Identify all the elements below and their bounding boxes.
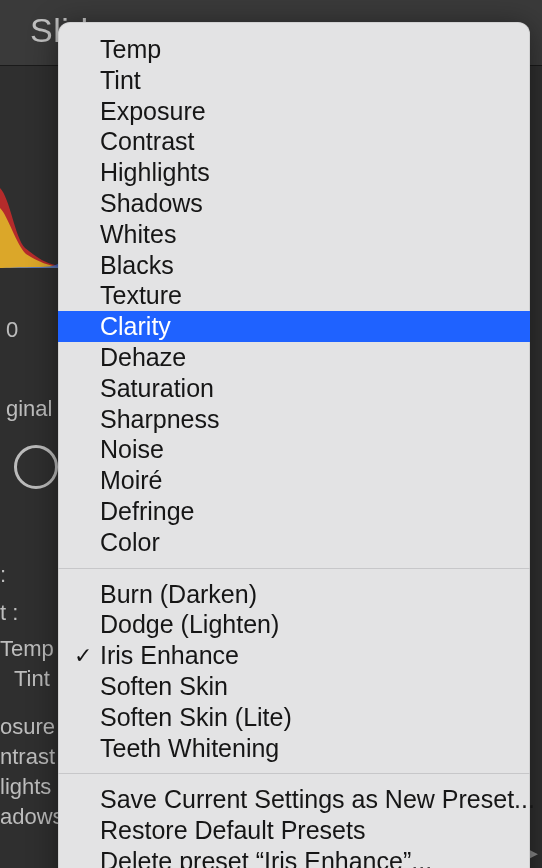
menu-item-label: Shadows bbox=[100, 189, 203, 217]
menu-item-label: Highlights bbox=[100, 158, 210, 186]
menu-item-label: Clarity bbox=[100, 312, 171, 340]
histogram bbox=[0, 68, 60, 298]
menu-item-delete-preset-iris-enhance[interactable]: Delete preset “Iris Enhance”... bbox=[58, 846, 530, 868]
bg-row: : bbox=[0, 560, 64, 590]
menu-item-label: Moiré bbox=[100, 466, 163, 494]
menu-item-label: Delete preset “Iris Enhance”... bbox=[100, 847, 432, 868]
menu-separator bbox=[58, 773, 530, 774]
menu-item-label: Blacks bbox=[100, 251, 174, 279]
menu-item-dodge-lighten[interactable]: Dodge (Lighten) bbox=[58, 609, 530, 640]
menu-item-save-current-settings-as-new-preset[interactable]: Save Current Settings as New Preset... bbox=[58, 784, 530, 815]
menu-item-color[interactable]: Color bbox=[58, 527, 530, 558]
bg-label-exposure: osure bbox=[0, 712, 64, 742]
bg-text-original: ginal bbox=[6, 396, 52, 422]
menu-item-contrast[interactable]: Contrast bbox=[58, 126, 530, 157]
menu-item-temp[interactable]: Temp bbox=[58, 34, 530, 65]
bg-label-tint: Tint bbox=[0, 664, 64, 694]
menu-item-label: Temp bbox=[100, 35, 161, 63]
menu-item-tint[interactable]: Tint bbox=[58, 65, 530, 96]
menu-item-noise[interactable]: Noise bbox=[58, 434, 530, 465]
menu-item-highlights[interactable]: Highlights bbox=[58, 157, 530, 188]
menu-item-label: Defringe bbox=[100, 497, 195, 525]
menu-item-dehaze[interactable]: Dehaze bbox=[58, 342, 530, 373]
menu-item-label: Burn (Darken) bbox=[100, 580, 257, 608]
menu-item-label: Contrast bbox=[100, 127, 194, 155]
menu-item-texture[interactable]: Texture bbox=[58, 280, 530, 311]
bg-label-highlights: lights bbox=[0, 772, 64, 802]
menu-item-label: Exposure bbox=[100, 97, 206, 125]
menu-item-iris-enhance[interactable]: ✓Iris Enhance bbox=[58, 640, 530, 671]
menu-item-label: Whites bbox=[100, 220, 176, 248]
menu-item-label: Restore Default Presets bbox=[100, 816, 365, 844]
menu-item-label: Color bbox=[100, 528, 160, 556]
menu-item-label: Texture bbox=[100, 281, 182, 309]
bg-label-contrast: ntrast bbox=[0, 742, 64, 772]
bg-row: t : bbox=[0, 598, 64, 628]
menu-item-restore-default-presets[interactable]: Restore Default Presets bbox=[58, 815, 530, 846]
menu-item-label: Noise bbox=[100, 435, 164, 463]
menu-item-label: Sharpness bbox=[100, 405, 220, 433]
menu-item-shadows[interactable]: Shadows bbox=[58, 188, 530, 219]
menu-item-whites[interactable]: Whites bbox=[58, 219, 530, 250]
brush-preview-circle[interactable] bbox=[14, 445, 58, 489]
menu-item-label: Soften Skin (Lite) bbox=[100, 703, 292, 731]
menu-item-moir[interactable]: Moiré bbox=[58, 465, 530, 496]
menu-item-burn-darken[interactable]: Burn (Darken) bbox=[58, 579, 530, 610]
bg-label-temp: Temp bbox=[0, 634, 64, 664]
menu-item-label: Saturation bbox=[100, 374, 214, 402]
menu-item-label: Iris Enhance bbox=[100, 641, 239, 669]
menu-item-clarity[interactable]: Clarity bbox=[58, 311, 530, 342]
effect-context-menu[interactable]: TempTintExposureContrastHighlightsShadow… bbox=[58, 22, 530, 868]
menu-item-label: Dodge (Lighten) bbox=[100, 610, 279, 638]
menu-item-sharpness[interactable]: Sharpness bbox=[58, 404, 530, 435]
menu-item-defringe[interactable]: Defringe bbox=[58, 496, 530, 527]
check-icon: ✓ bbox=[72, 640, 94, 671]
bg-label-shadows: adows bbox=[0, 802, 64, 832]
menu-item-label: Save Current Settings as New Preset... bbox=[100, 785, 535, 813]
menu-item-blacks[interactable]: Blacks bbox=[58, 250, 530, 281]
menu-item-soften-skin[interactable]: Soften Skin bbox=[58, 671, 530, 702]
menu-item-label: Dehaze bbox=[100, 343, 186, 371]
menu-item-label: Soften Skin bbox=[100, 672, 228, 700]
menu-item-soften-skin-lite[interactable]: Soften Skin (Lite) bbox=[58, 702, 530, 733]
menu-item-teeth-whitening[interactable]: Teeth Whitening bbox=[58, 733, 530, 764]
menu-item-label: Teeth Whitening bbox=[100, 734, 279, 762]
menu-item-label: Tint bbox=[100, 66, 141, 94]
menu-separator bbox=[58, 568, 530, 569]
menu-item-saturation[interactable]: Saturation bbox=[58, 373, 530, 404]
menu-item-exposure[interactable]: Exposure bbox=[58, 96, 530, 127]
